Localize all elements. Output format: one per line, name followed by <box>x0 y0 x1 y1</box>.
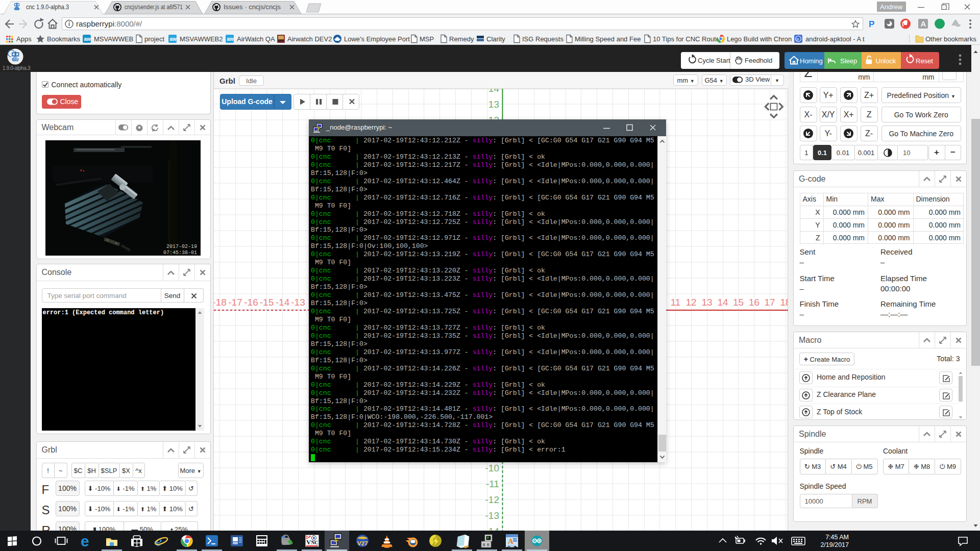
svg-text:MSVAWWEB2: MSVAWWEB2 <box>180 35 223 43</box>
svg-text:Issues · cncjs/cncjs: Issues · cncjs/cncjs <box>224 4 281 11</box>
svg-text:A: A <box>508 537 513 545</box>
svg-text:e: e <box>81 533 89 549</box>
svg-text:project: project <box>144 35 164 43</box>
svg-text:7:45 AM: 7:45 AM <box>825 534 849 541</box>
svg-text:Reset: Reset <box>916 57 933 65</box>
svg-text:AirWatch QA: AirWatch QA <box>237 35 275 43</box>
svg-text:Milling Speed and Fee: Milling Speed and Fee <box>575 35 641 43</box>
svg-text:aw: aw <box>84 36 91 42</box>
svg-text:16: 16 <box>749 297 760 308</box>
svg-text:aw: aw <box>227 36 234 42</box>
svg-text:MSVAWWEB: MSVAWWEB <box>94 35 133 43</box>
svg-text:13: 13 <box>701 297 712 308</box>
svg-text:13: 13 <box>488 99 499 110</box>
svg-text:Sleep: Sleep <box>840 57 857 65</box>
svg-text:cnc 1.9.0-alpha.3: cnc 1.9.0-alpha.3 <box>26 4 69 11</box>
svg-text:raspberrypi:8000/#/: raspberrypi:8000/#/ <box>76 19 142 28</box>
svg-text:12: 12 <box>685 297 696 308</box>
svg-text:-14: -14 <box>276 297 290 308</box>
svg-text:Homing: Homing <box>800 57 823 65</box>
svg-text:Lowe's Employee Port: Lowe's Employee Port <box>344 35 410 43</box>
svg-text:Remedy: Remedy <box>449 35 474 43</box>
svg-text:-12: -12 <box>485 494 499 505</box>
svg-text:MSP: MSP <box>420 35 434 43</box>
svg-text:cncjs/sender.js at a6f571: cncjs/sender.js at a6f571 <box>125 4 183 11</box>
svg-text:-17: -17 <box>228 297 242 308</box>
svg-text:aw: aw <box>170 36 177 42</box>
svg-text:Airwatch DEV2: Airwatch DEV2 <box>287 35 332 43</box>
svg-text:-15: -15 <box>260 297 274 308</box>
svg-text:2017-02-19: 2017-02-19 <box>166 244 197 249</box>
svg-text:07:45:38-01: 07:45:38-01 <box>163 250 197 256</box>
svg-text:p: p <box>797 37 799 41</box>
svg-text:14: 14 <box>717 297 728 308</box>
svg-text:Other bookmarks: Other bookmarks <box>925 35 976 43</box>
svg-text:-11: -11 <box>486 479 499 489</box>
svg-text:18: 18 <box>780 297 788 308</box>
svg-text:-18: -18 <box>214 297 227 308</box>
svg-text:ISG Requests: ISG Requests <box>522 35 564 43</box>
svg-text:-10: -10 <box>485 463 499 473</box>
svg-text:-13: -13 <box>291 297 305 308</box>
svg-text:A: A <box>921 19 926 28</box>
svg-text:17: 17 <box>764 297 775 308</box>
svg-text:Unlock: Unlock <box>876 57 896 65</box>
svg-text:-13: -13 <box>485 510 499 521</box>
svg-text:android-apktool - A t: android-apktool - A t <box>805 35 865 43</box>
svg-text:V27: V27 <box>357 540 368 546</box>
svg-text:11: 11 <box>671 297 681 308</box>
svg-text:Lego Build with Chron: Lego Build with Chron <box>727 35 792 43</box>
svg-text:Bookmarks: Bookmarks <box>47 35 81 43</box>
svg-text:P: P <box>869 19 874 29</box>
svg-text:Andrew: Andrew <box>880 3 903 11</box>
svg-text:15: 15 <box>733 297 744 308</box>
svg-text:-16: -16 <box>244 297 258 308</box>
svg-text:2/19/2017: 2/19/2017 <box>820 541 849 548</box>
svg-text:10 Tips for CNC Route: 10 Tips for CNC Route <box>653 35 720 43</box>
svg-text:14: 14 <box>488 89 500 94</box>
svg-text:Clarity: Clarity <box>486 35 505 43</box>
svg-text:-14: -14 <box>485 526 500 531</box>
svg-text:Apps: Apps <box>16 35 32 43</box>
